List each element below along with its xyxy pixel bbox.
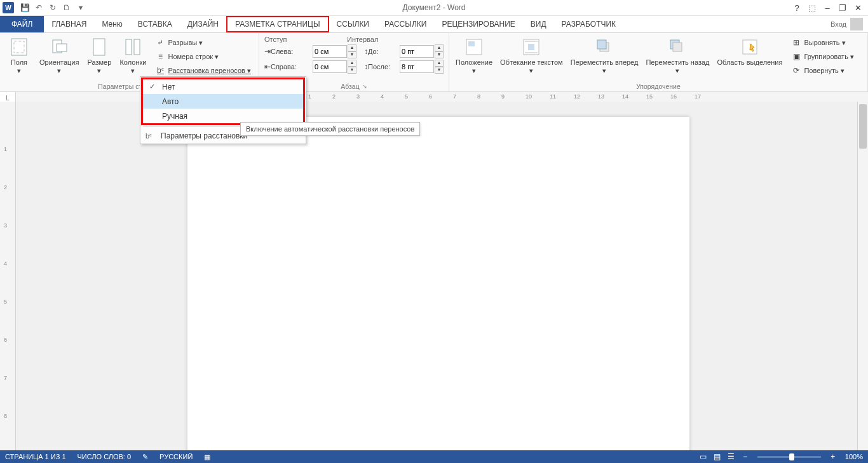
status-macro-icon[interactable]: ▦	[204, 453, 210, 461]
zoom-in-icon[interactable]: +	[826, 451, 840, 462]
bring-forward-icon	[594, 37, 614, 57]
tab-view[interactable]: ВИД	[523, 16, 554, 32]
status-language[interactable]: РУССКИЙ	[159, 453, 193, 460]
maximize-icon[interactable]: ❐	[835, 1, 850, 15]
tab-developer[interactable]: РАЗРАБОТЧИК	[554, 16, 624, 32]
vertical-ruler[interactable]: 12345678	[0, 102, 16, 450]
tab-insert[interactable]: ВСТАВКА	[130, 16, 180, 32]
dialog-launcher-icon[interactable]: ↘	[362, 83, 367, 90]
zoom-slider[interactable]	[757, 456, 821, 458]
redo-icon[interactable]: ↻	[46, 1, 60, 15]
close-icon[interactable]: ✕	[850, 1, 865, 15]
ribbon-tabs: ФАЙЛ ГЛАВНАЯ Меню ВСТАВКА ДИЗАЙН РАЗМЕТК…	[0, 16, 868, 33]
send-backward-icon	[667, 37, 688, 57]
bring-forward-button[interactable]: Переместить вперед▾	[567, 34, 642, 80]
spacing-before-label: До:	[368, 48, 400, 55]
svg-rect-16	[673, 43, 682, 51]
vertical-scrollbar[interactable]	[857, 102, 868, 450]
zoom-value[interactable]: 100%	[845, 453, 863, 460]
work-area: 12345678	[0, 102, 868, 450]
minimize-icon[interactable]: –	[820, 1, 835, 15]
position-button[interactable]: Положение▾	[452, 34, 496, 80]
tab-home[interactable]: ГЛАВНАЯ	[44, 16, 94, 32]
spacing-after-spinner[interactable]: ▲▼	[435, 60, 444, 74]
margins-icon	[9, 37, 29, 57]
status-page[interactable]: СТРАНИЦА 1 ИЗ 1	[5, 453, 66, 460]
status-bar: СТРАНИЦА 1 ИЗ 1 ЧИСЛО СЛОВ: 0 ✎ РУССКИЙ …	[0, 450, 868, 463]
tab-review[interactable]: РЕЦЕНЗИРОВАНИЕ	[434, 16, 522, 32]
margins-label: Поля	[11, 58, 27, 67]
qat-customize-icon[interactable]: ▾	[74, 1, 88, 15]
group-arrange: Положение▾ Обтекание текстом▾ Переместит…	[449, 33, 868, 91]
save-icon[interactable]: 💾	[18, 1, 32, 15]
columns-icon	[123, 37, 143, 57]
size-label: Размер	[88, 58, 112, 67]
tab-menu[interactable]: Меню	[94, 16, 130, 32]
hyphenation-manual[interactable]: Ручная	[143, 109, 303, 123]
spacing-before-spinner[interactable]: ▲▼	[435, 44, 444, 58]
tab-references[interactable]: ССЫЛКИ	[329, 16, 377, 32]
tab-page-layout[interactable]: РАЗМЕТКА СТРАНИЦЫ	[226, 16, 329, 32]
selection-pane-icon	[740, 37, 760, 57]
status-proofing-icon[interactable]: ✎	[142, 453, 148, 461]
status-word-count[interactable]: ЧИСЛО СЛОВ: 0	[78, 453, 132, 460]
ribbon: Поля▾ Ориентация▾ Размер▾ Колонки▾ ⤶Разр…	[0, 33, 868, 92]
view-read-icon[interactable]: ▭	[696, 451, 710, 462]
hyphenation-icon: bᶜ	[155, 65, 165, 76]
indent-left-label: Слева:	[271, 48, 313, 55]
wrap-text-icon	[521, 37, 541, 57]
margins-button[interactable]: Поля▾	[3, 34, 36, 80]
line-numbers-button[interactable]: ≡Номера строк ▾	[153, 50, 254, 64]
page[interactable]	[187, 117, 689, 450]
rotate-button[interactable]: ⟳Повернуть ▾	[789, 64, 857, 77]
wrap-text-button[interactable]: Обтекание текстом▾	[496, 34, 567, 80]
columns-button[interactable]: Колонки▾	[116, 34, 150, 80]
breaks-icon: ⤶	[155, 37, 165, 48]
position-icon	[464, 37, 484, 57]
spacing-header: Интервал	[347, 36, 378, 43]
align-button[interactable]: ⊞Выровнять ▾	[789, 36, 857, 50]
view-web-icon[interactable]: ☰	[724, 451, 738, 462]
size-button[interactable]: Размер▾	[83, 34, 116, 80]
tooltip: Включение автоматической расстановки пер…	[240, 122, 420, 136]
title-bar: W 💾 ↶ ↻ 🗋 ▾ Документ2 - Word ? ⬚ – ❐ ✕	[0, 0, 868, 16]
indent-left-input[interactable]	[313, 45, 347, 58]
indent-right-spinner[interactable]: ▲▼	[348, 60, 356, 74]
tab-mailings[interactable]: РАССЫЛКИ	[377, 16, 434, 32]
indent-right-input[interactable]	[313, 60, 347, 73]
group-icon: ▣	[791, 51, 801, 62]
svg-rect-10	[528, 44, 534, 50]
zoom-out-icon[interactable]: −	[738, 451, 752, 462]
svg-rect-14	[597, 40, 606, 49]
rotate-icon: ⟳	[791, 65, 801, 76]
spacing-before-input[interactable]	[400, 45, 434, 58]
send-backward-button[interactable]: Переместить назад▾	[642, 34, 713, 80]
tab-file[interactable]: ФАЙЛ	[0, 16, 44, 32]
hyphenation-auto[interactable]: Авто	[143, 94, 303, 109]
scrollbar-thumb[interactable]	[859, 104, 867, 149]
spacing-after-label: После:	[368, 63, 400, 70]
signin-label: Вход	[831, 20, 846, 28]
undo-icon[interactable]: ↶	[32, 1, 46, 15]
indent-right-icon: ⇤	[264, 62, 271, 71]
document-canvas[interactable]	[16, 102, 857, 450]
view-print-icon[interactable]: ▤	[710, 451, 724, 462]
spacing-after-input[interactable]	[400, 60, 434, 73]
orientation-label: Ориентация	[39, 58, 79, 67]
new-doc-icon[interactable]: 🗋	[60, 1, 74, 15]
indent-left-spinner[interactable]: ▲▼	[348, 44, 356, 58]
document-title: Документ2 - Word	[402, 3, 465, 12]
help-icon[interactable]: ?	[789, 1, 804, 15]
hyphenation-none[interactable]: Нет	[143, 79, 303, 94]
breaks-button[interactable]: ⤶Разрывы ▾	[153, 36, 254, 50]
group-button[interactable]: ▣Группировать ▾	[789, 50, 857, 64]
orientation-button[interactable]: Ориентация▾	[36, 34, 83, 80]
tab-design[interactable]: ДИЗАЙН	[180, 16, 226, 32]
svg-rect-3	[57, 44, 67, 51]
selection-pane-button[interactable]: Область выделения	[714, 34, 787, 80]
hyphenation-options-icon: bᶜ	[146, 132, 157, 140]
account-area[interactable]: Вход	[831, 16, 868, 32]
ribbon-display-icon[interactable]: ⬚	[804, 1, 820, 15]
columns-label: Колонки	[119, 58, 146, 67]
window-controls: ? ⬚ – ❐ ✕	[789, 1, 868, 15]
